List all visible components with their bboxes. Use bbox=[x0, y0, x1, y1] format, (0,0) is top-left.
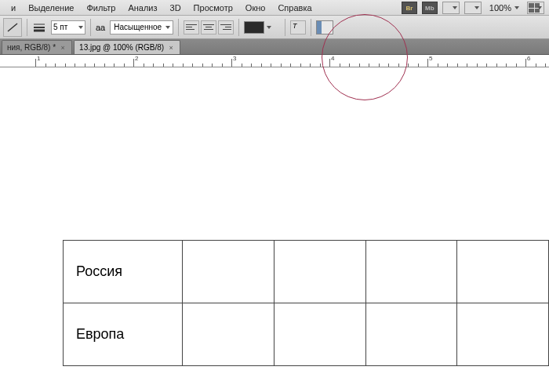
document-tab-bar: ния, RGB/8) * × 13.jpg @ 100% (RGB/8) × bbox=[0, 39, 549, 55]
stroke-weight-field[interactable]: 5 пт bbox=[51, 20, 85, 34]
align-left-button[interactable] bbox=[184, 20, 199, 34]
table-cell[interactable] bbox=[274, 241, 366, 303]
options-bar: 5 пт aa Насыщенное bbox=[0, 16, 549, 39]
antialias-label: aa bbox=[96, 23, 105, 32]
menu-filter[interactable]: Фильтр bbox=[80, 2, 122, 14]
table-cell[interactable] bbox=[365, 241, 457, 303]
align-center-button[interactable] bbox=[201, 20, 216, 34]
tab-label: ния, RGB/8) * bbox=[7, 43, 56, 52]
tool-preset-picker[interactable] bbox=[3, 18, 22, 37]
line-tool-icon bbox=[6, 22, 19, 33]
text-color-swatch[interactable] bbox=[244, 21, 264, 34]
zoom-level[interactable]: 100% bbox=[486, 3, 522, 13]
table-row: Россия bbox=[64, 241, 549, 303]
table-cell[interactable] bbox=[457, 303, 549, 366]
character-panel-toggle[interactable] bbox=[316, 20, 333, 34]
canvas-area[interactable]: Россия Европа bbox=[0, 67, 549, 392]
document-tab-inactive[interactable]: ния, RGB/8) * × bbox=[2, 40, 72, 54]
table-row: Европа bbox=[64, 303, 549, 366]
arrange-docs-dropdown[interactable] bbox=[527, 2, 544, 14]
menu-view[interactable]: Просмотр bbox=[187, 2, 239, 14]
table-cell[interactable] bbox=[457, 241, 549, 303]
tab-label: 13.jpg @ 100% (RGB/8) bbox=[79, 43, 164, 52]
text-align-group bbox=[184, 20, 234, 34]
content-table: Россия Европа bbox=[63, 240, 549, 366]
table-cell[interactable] bbox=[274, 303, 366, 366]
menu-help[interactable]: Справка bbox=[271, 2, 318, 14]
document-tab-active[interactable]: 13.jpg @ 100% (RGB/8) × bbox=[74, 40, 180, 54]
table-cell[interactable] bbox=[183, 241, 274, 303]
menu-select[interactable]: Выделение bbox=[22, 2, 80, 14]
table-cell[interactable] bbox=[183, 303, 274, 366]
menu-window[interactable]: Окно bbox=[239, 2, 272, 14]
table-cell[interactable]: Россия bbox=[64, 241, 183, 303]
horizontal-ruler[interactable]: 123456 bbox=[0, 55, 549, 67]
view-extras-dropdown[interactable] bbox=[442, 2, 460, 14]
svg-line-0 bbox=[8, 24, 17, 31]
align-right-button[interactable] bbox=[218, 20, 234, 34]
close-icon[interactable]: × bbox=[59, 44, 67, 52]
menu-bar: и Выделение Фильтр Анализ 3D Просмотр Ок… bbox=[0, 0, 549, 16]
close-icon[interactable]: × bbox=[167, 44, 175, 52]
table-cell[interactable]: Европа bbox=[64, 303, 183, 366]
table-cell[interactable] bbox=[365, 303, 457, 366]
warp-text-button[interactable] bbox=[290, 20, 306, 34]
menu-3d[interactable]: 3D bbox=[164, 2, 187, 14]
menu-analysis[interactable]: Анализ bbox=[122, 2, 163, 14]
antialias-select[interactable]: Насыщенное bbox=[110, 20, 173, 34]
minibridge-button[interactable]: Mb bbox=[422, 2, 438, 14]
menu-edit-frag[interactable]: и bbox=[5, 2, 22, 14]
weight-icon bbox=[32, 22, 46, 33]
screen-mode-dropdown[interactable] bbox=[464, 2, 482, 14]
bridge-button[interactable]: Br bbox=[402, 2, 417, 14]
